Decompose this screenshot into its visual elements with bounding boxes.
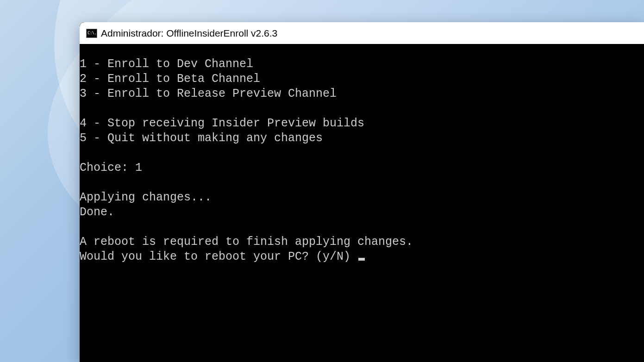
terminal-line: A reboot is required to finish applying … (80, 235, 413, 249)
terminal-line: 2 - Enroll to Beta Channel (80, 72, 260, 86)
terminal-line: Done. (80, 206, 114, 219)
cursor-icon (358, 258, 365, 261)
terminal-line: Applying changes... (80, 191, 212, 204)
terminal-line: 1 - Enroll to Dev Channel (80, 57, 253, 71)
terminal-line: 3 - Enroll to Release Preview Channel (80, 87, 337, 100)
terminal-line: 4 - Stop receiving Insider Preview build… (80, 117, 364, 130)
window-titlebar[interactable]: C:\. Administrador: OfflineInsiderEnroll… (80, 22, 644, 44)
terminal-line: 5 - Quit without making any changes (80, 131, 323, 145)
command-prompt-window: C:\. Administrador: OfflineInsiderEnroll… (80, 22, 644, 362)
cmd-icon: C:\. (86, 29, 97, 38)
window-title: Administrador: OfflineInsiderEnroll v2.6… (101, 28, 277, 39)
terminal-prompt: Would you like to reboot your PC? (y/N) (80, 250, 357, 263)
terminal-line: Choice: 1 (80, 161, 142, 175)
terminal-output[interactable]: 1 - Enroll to Dev Channel 2 - Enroll to … (80, 44, 644, 362)
